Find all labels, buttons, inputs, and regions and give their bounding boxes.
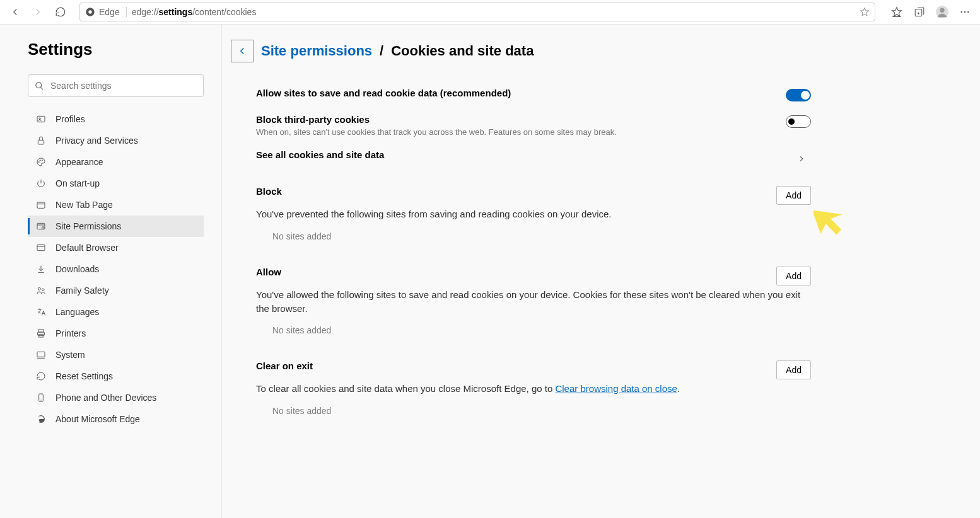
see-all-cookies-button[interactable]	[792, 149, 811, 168]
sidebar-item-label: Default Browser	[55, 243, 119, 253]
sidebar-item-label: New Tab Page	[55, 200, 113, 210]
sidebar-item-languages[interactable]: Languages	[28, 301, 204, 323]
svg-point-17	[40, 160, 40, 161]
sidebar-item-on-start-up[interactable]: On start-up	[28, 173, 204, 194]
block-third-party-subtitle: When on, sites can't use cookies that tr…	[256, 127, 773, 137]
svg-point-24	[42, 289, 44, 291]
print-icon	[35, 328, 47, 339]
sidebar-item-printers[interactable]: Printers	[28, 323, 204, 344]
sidebar-item-label: Appearance	[55, 157, 103, 167]
edge-icon	[35, 413, 47, 425]
bookmark-star-icon[interactable]	[860, 7, 870, 17]
block-add-button[interactable]: Add	[776, 186, 811, 205]
sidebar-item-appearance[interactable]: Appearance	[28, 151, 204, 173]
allow-section-title: Allow	[256, 267, 764, 277]
block-section-title: Block	[256, 186, 764, 197]
svg-rect-28	[37, 352, 45, 357]
download-icon	[35, 263, 47, 275]
block-third-party-toggle[interactable]	[786, 115, 811, 128]
block-third-party-title: Block third-party cookies	[256, 114, 773, 125]
address-bar[interactable]: Edge edge://settings/content/cookies	[79, 3, 875, 21]
lock-icon	[35, 135, 47, 146]
clear-section-desc: To clear all cookies and site data when …	[256, 382, 811, 396]
breadcrumb-separator: /	[380, 43, 383, 59]
url-text: edge://settings/content/cookies	[132, 7, 855, 17]
clear-empty-text: No sites added	[256, 396, 811, 430]
svg-rect-22	[37, 245, 45, 250]
search-icon	[35, 81, 44, 91]
overflow-menu-icon[interactable]	[955, 2, 975, 22]
breadcrumb-current: Cookies and site data	[391, 43, 534, 59]
sidebar-item-phone-and-other-devices[interactable]: Phone and Other Devices	[28, 387, 204, 408]
settings-title: Settings	[28, 40, 204, 59]
palette-icon	[35, 156, 47, 168]
sidebar-item-label: Downloads	[55, 264, 99, 274]
svg-rect-15	[38, 140, 44, 144]
system-icon	[35, 349, 47, 360]
breadcrumb-link[interactable]: Site permissions	[261, 43, 372, 59]
settings-content: Site permissions / Cookies and site data…	[222, 25, 980, 518]
see-all-cookies-title: See all cookies and site data	[256, 149, 779, 160]
sidebar-item-family-safety[interactable]: Family Safety	[28, 280, 204, 301]
sidebar-item-label: On start-up	[55, 178, 100, 188]
sidebar-item-privacy-and-services[interactable]: Privacy and Services	[28, 130, 204, 151]
svg-point-11	[36, 82, 42, 88]
nav-forward-button[interactable]	[28, 2, 48, 22]
settings-back-button[interactable]	[231, 40, 254, 62]
collections-icon[interactable]	[909, 2, 930, 22]
sidebar-item-reset-settings[interactable]: Reset Settings	[28, 365, 204, 387]
sidebar-item-default-browser[interactable]: Default Browser	[28, 237, 204, 258]
favorites-icon[interactable]	[887, 2, 907, 22]
tab-icon	[35, 199, 47, 210]
block-empty-text: No sites added	[256, 221, 811, 255]
sidebar-item-label: Phone and Other Devices	[55, 393, 156, 403]
sidebar-item-label: Profiles	[55, 114, 85, 124]
sidebar-item-label: Site Permissions	[55, 221, 121, 231]
allow-cookies-toggle[interactable]	[786, 89, 811, 101]
sidebar-item-label: Family Safety	[55, 285, 109, 296]
family-icon	[35, 285, 47, 296]
edge-icon	[85, 7, 95, 17]
allow-cookies-title: Allow sites to save and read cookie data…	[256, 88, 773, 98]
sidebar-item-downloads[interactable]: Downloads	[28, 258, 204, 280]
clear-add-button[interactable]: Add	[776, 360, 811, 379]
sidebar-item-new-tab-page[interactable]: New Tab Page	[28, 194, 204, 216]
svg-point-23	[38, 287, 40, 290]
svg-point-16	[38, 161, 39, 162]
reset-icon	[35, 371, 47, 382]
allow-section-desc: You've allowed the following sites to sa…	[256, 288, 811, 316]
sidebar-item-site-permissions[interactable]: Site Permissions	[28, 216, 204, 237]
settings-nav: ProfilesPrivacy and ServicesAppearanceOn…	[28, 108, 204, 430]
search-settings-box[interactable]	[28, 74, 204, 97]
sidebar-item-label: Privacy and Services	[55, 135, 138, 146]
lang-icon	[35, 306, 47, 318]
sidebar-item-label: Printers	[55, 328, 86, 338]
allow-add-button[interactable]: Add	[776, 267, 811, 285]
edge-label: Edge	[99, 7, 120, 17]
browser-toolbar: Edge edge://settings/content/cookies	[0, 0, 980, 25]
nav-back-button[interactable]	[5, 2, 25, 22]
svg-point-7	[940, 8, 944, 13]
svg-point-1	[88, 10, 91, 13]
profile-avatar-icon[interactable]	[932, 2, 952, 22]
svg-rect-25	[38, 330, 44, 332]
search-input[interactable]	[50, 81, 197, 91]
svg-point-8	[961, 11, 962, 13]
svg-rect-20	[37, 223, 45, 229]
sidebar-item-about-microsoft-edge[interactable]: About Microsoft Edge	[28, 408, 204, 430]
svg-point-9	[964, 11, 965, 13]
svg-point-10	[967, 11, 969, 13]
svg-point-18	[42, 160, 42, 161]
clear-section-title: Clear on exit	[256, 360, 764, 371]
sidebar-item-profiles[interactable]: Profiles	[28, 108, 204, 130]
allow-empty-text: No sites added	[256, 315, 811, 349]
profile-icon	[35, 113, 47, 125]
svg-line-12	[40, 87, 43, 89]
nav-refresh-button[interactable]	[50, 2, 71, 22]
clear-browsing-data-link[interactable]: Clear browsing data on close	[555, 383, 677, 394]
svg-point-14	[39, 118, 41, 120]
block-section-desc: You've prevented the following sites fro…	[256, 207, 811, 221]
phone-icon	[35, 392, 47, 403]
sidebar-item-system[interactable]: System	[28, 344, 204, 365]
sidebar-item-label: System	[55, 350, 85, 360]
